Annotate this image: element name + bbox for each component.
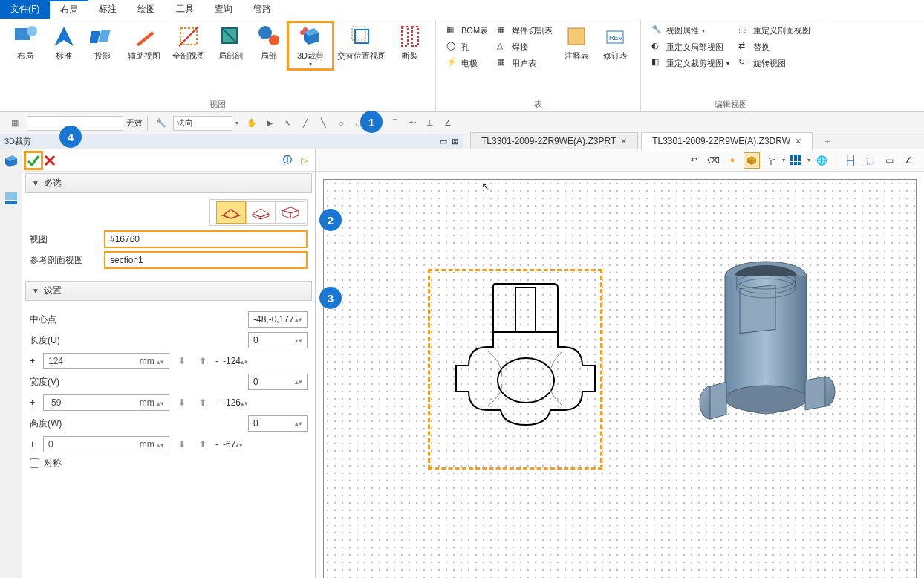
input-hgtW-plus[interactable]: 0mm ▴▾ bbox=[43, 436, 169, 452]
tb-icon-1[interactable]: ▦ bbox=[8, 117, 22, 130]
callout-2: 2 bbox=[319, 209, 342, 231]
btn-project[interactable]: 投影 bbox=[83, 22, 122, 62]
tab-layout[interactable]: 布局 bbox=[50, 0, 88, 19]
input-widV[interactable]: 0▴▾ bbox=[248, 374, 308, 390]
tb-icon-hand[interactable]: ✋ bbox=[245, 117, 258, 130]
btn-local[interactable]: 局部 bbox=[250, 22, 288, 62]
btn-replace[interactable]: ⇄替换 bbox=[734, 39, 815, 55]
clip-mode-2[interactable] bbox=[246, 201, 276, 224]
ctb-frame-icon[interactable]: ▭ bbox=[881, 152, 897, 169]
btn-dn-2[interactable]: ⬇ bbox=[174, 394, 190, 411]
tb-icon-arc3[interactable]: ⌒ bbox=[388, 117, 401, 130]
btn-redef-clip[interactable]: ◧重定义裁剪视图 ▾ bbox=[647, 55, 734, 71]
input-center[interactable]: -48,-0,177▴▾ bbox=[248, 311, 308, 328]
leftbar-icon-2[interactable] bbox=[4, 191, 19, 206]
btn-altpos[interactable]: 交替位置视图 bbox=[333, 22, 391, 62]
btn-3dclip[interactable]: 3D裁剪 ▾ bbox=[288, 22, 333, 69]
tb-normal-combo[interactable]: 法向 bbox=[173, 116, 232, 131]
section-settings[interactable]: 设置 bbox=[25, 281, 312, 301]
tab-tools[interactable]: 工具 bbox=[166, 0, 204, 19]
label-hgtW: 高度(W) bbox=[30, 418, 104, 430]
btn-up-1[interactable]: ⬆ bbox=[195, 353, 211, 369]
btn-aux[interactable]: 辅助视图 bbox=[122, 22, 166, 62]
btn-user[interactable]: ▦用户表 bbox=[492, 55, 557, 71]
btn-fullsection[interactable]: 全剖视图 bbox=[166, 22, 211, 62]
btn-redef-section[interactable]: ⬚重定义剖面视图 bbox=[734, 22, 815, 39]
ctb-globe-icon[interactable]: 🌐 bbox=[813, 152, 830, 169]
input-widV-plus[interactable]: -59mm ▴▾ bbox=[43, 394, 169, 411]
input-hgtW[interactable]: 0▴▾ bbox=[248, 415, 308, 432]
tb-icon-play[interactable]: ▶ bbox=[263, 117, 276, 130]
svg-text:REV: REV bbox=[609, 34, 623, 42]
input-lenU-minus[interactable]: -124▴▾ bbox=[223, 356, 248, 366]
btn-electrode[interactable]: ⚡电极 bbox=[442, 55, 492, 71]
ctb-wand-icon[interactable]: ✦ bbox=[724, 152, 741, 169]
input-lenU-plus[interactable]: 124mm ▴▾ bbox=[43, 353, 169, 369]
btn-weldcut[interactable]: ▦焊件切割表 bbox=[492, 22, 557, 39]
file-tab-1-close-icon[interactable]: ✕ bbox=[620, 137, 627, 146]
btn-revision[interactable]: REV 修订表 bbox=[596, 22, 634, 62]
tb-icon-line2[interactable]: ╲ bbox=[316, 117, 330, 130]
file-tab-2-close-icon[interactable]: ✕ bbox=[795, 137, 801, 146]
tb-icon-2[interactable]: 🔧 bbox=[154, 117, 168, 130]
svg-rect-16 bbox=[352, 27, 365, 40]
btn-rotate[interactable]: ↻旋转视图 bbox=[734, 55, 815, 71]
btn-dn-3[interactable]: ⬇ bbox=[174, 436, 190, 452]
btn-localsection[interactable]: 局部剖 bbox=[211, 22, 250, 62]
ctb-eraser-icon[interactable]: ⌫ bbox=[705, 152, 721, 169]
tab-annotate[interactable]: 标注 bbox=[88, 0, 127, 19]
svg-marker-32 bbox=[282, 210, 290, 218]
btn-dn-1[interactable]: ⬇ bbox=[174, 353, 190, 369]
ctb-dim-icon[interactable]: ├┤ bbox=[842, 152, 859, 169]
input-widV-minus[interactable]: -126▴▾ bbox=[223, 397, 248, 408]
btn-viewprop[interactable]: 🔧视图属性 ▾ bbox=[647, 22, 734, 39]
ctb-cube-icon[interactable] bbox=[744, 152, 760, 169]
panel-close-icon[interactable]: ⊠ bbox=[452, 137, 458, 146]
file-tab-add[interactable]: ＋ bbox=[816, 134, 839, 149]
btn-ok[interactable] bbox=[25, 152, 42, 169]
tb-icon-line[interactable]: ╱ bbox=[299, 117, 312, 130]
btn-cancel[interactable] bbox=[42, 152, 58, 169]
label-widV: 宽度(V) bbox=[30, 376, 104, 389]
btn-info-icon[interactable]: ⓘ bbox=[279, 152, 296, 169]
tb-icon-tilde[interactable]: 〜 bbox=[406, 117, 419, 130]
chk-sym[interactable] bbox=[30, 458, 39, 468]
tab-query[interactable]: 查询 bbox=[204, 0, 243, 19]
btn-layout[interactable]: 布局 bbox=[6, 22, 45, 62]
tab-piping[interactable]: 管路 bbox=[243, 0, 282, 19]
clip-mode-3[interactable] bbox=[276, 201, 305, 224]
btn-redef-local[interactable]: ◐重定义局部视图 bbox=[647, 39, 734, 55]
file-menu[interactable]: 文件(F) bbox=[0, 0, 50, 19]
btn-standard[interactable]: 标准 bbox=[45, 22, 83, 62]
input-lenU[interactable]: 0▴▾ bbox=[248, 332, 308, 348]
viewport[interactable] bbox=[316, 172, 924, 578]
ctb-sel-icon[interactable]: ⬚ bbox=[862, 152, 878, 169]
ctb-axes-icon[interactable] bbox=[763, 152, 779, 169]
ctb-grid-icon[interactable] bbox=[788, 152, 804, 169]
btn-bom[interactable]: ▦BOM表 bbox=[442, 22, 492, 39]
btn-up-3[interactable]: ⬆ bbox=[195, 436, 211, 452]
btn-weld[interactable]: △焊接 bbox=[492, 39, 557, 55]
tb-icon-spline[interactable]: ∿ bbox=[281, 117, 294, 130]
section-required[interactable]: 必选 bbox=[25, 173, 312, 193]
file-tab-2[interactable]: TL3301-2009-2ZR9WE(A).Z3DRW ✕ bbox=[641, 132, 813, 151]
tb-icon-angle[interactable]: ∠ bbox=[441, 117, 455, 130]
input-refsec[interactable]: section1 bbox=[104, 251, 308, 269]
btn-annotate[interactable]: 注释表 bbox=[557, 22, 596, 62]
tab-draw[interactable]: 绘图 bbox=[127, 0, 166, 19]
btn-up-2[interactable]: ⬆ bbox=[195, 394, 211, 411]
file-tab-1[interactable]: TL3301-2009-2ZR9WE(A).Z3PRT ✕ bbox=[470, 132, 638, 149]
ctb-undo-icon[interactable]: ↶ bbox=[686, 152, 702, 169]
svg-point-40 bbox=[498, 358, 554, 403]
btn-hole[interactable]: ◯孔 bbox=[442, 39, 492, 55]
ctb-angle-icon[interactable]: ∠ bbox=[900, 152, 917, 169]
btn-break[interactable]: 断裂 bbox=[391, 22, 429, 62]
tb-icon-perp[interactable]: ⊥ bbox=[423, 117, 437, 130]
leftbar-icon-1[interactable] bbox=[4, 154, 19, 169]
btn-expand-icon[interactable]: ▷ bbox=[296, 152, 312, 169]
tb-icon-circle[interactable]: ○ bbox=[334, 117, 348, 130]
panel-reset-icon[interactable]: ▭ bbox=[440, 137, 447, 146]
clip-mode-1[interactable] bbox=[216, 201, 246, 224]
input-hgtW-minus[interactable]: -67▴▾ bbox=[223, 439, 243, 449]
input-view[interactable]: #16760 bbox=[104, 230, 308, 248]
